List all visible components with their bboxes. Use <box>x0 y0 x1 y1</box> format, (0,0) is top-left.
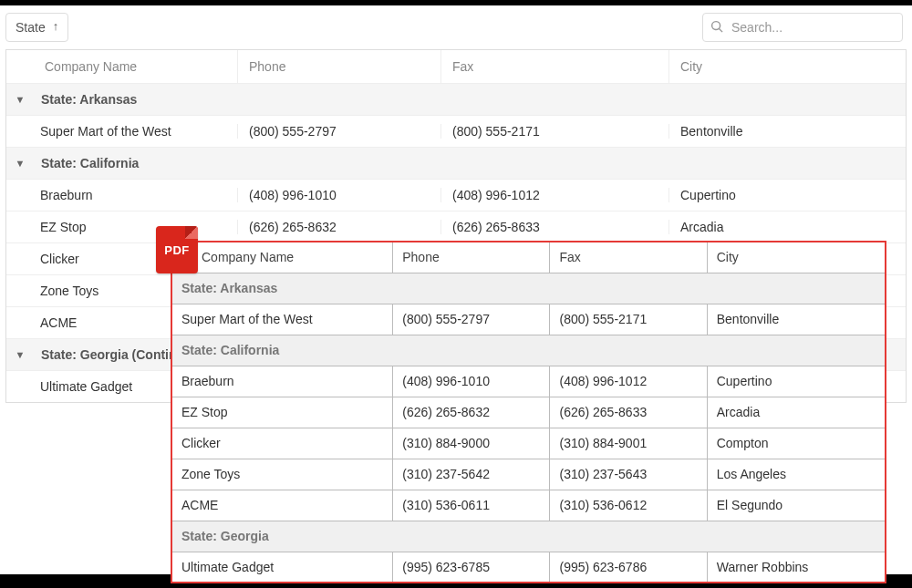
pdf-cell-fax: (408) 996-1012 <box>550 366 707 397</box>
pdf-cell-city: El Segundo <box>707 490 886 521</box>
cell-city: Arcadia <box>668 220 906 234</box>
pdf-cell-company: EZ Stop <box>171 397 393 428</box>
grid-toolbar: State ↑ <box>0 5 912 49</box>
table-row[interactable]: Braeburn (408) 996-1010 (408) 996-1012 C… <box>6 179 906 211</box>
column-header-company[interactable]: Company Name <box>34 50 237 83</box>
group-label: State: California <box>34 156 906 170</box>
pdf-data-row: Braeburn (408) 996-1010 (408) 996-1012 C… <box>171 366 886 397</box>
pdf-data-row: Super Mart of the West (800) 555-2797 (8… <box>171 304 886 335</box>
search-icon <box>710 20 724 34</box>
column-header-phone[interactable]: Phone <box>237 50 440 83</box>
pdf-data-row: Clicker (310) 884-9000 (310) 884-9001 Co… <box>171 428 886 459</box>
pdf-cell-phone: (408) 996-1010 <box>393 366 550 397</box>
pdf-column-phone: Phone <box>393 242 550 273</box>
pdf-cell-city: Warner Robbins <box>707 552 886 583</box>
cell-city: Bentonville <box>668 124 906 139</box>
pdf-data-row: Ultimate Gadget (995) 623-6785 (995) 623… <box>171 552 886 583</box>
pdf-group-label: State: California <box>171 335 886 366</box>
cell-fax: (408) 996-1012 <box>440 188 668 202</box>
folded-corner-icon <box>185 226 198 239</box>
collapse-icon[interactable]: ▼ <box>6 158 34 169</box>
pdf-badge-label: PDF <box>164 243 190 257</box>
pdf-cell-fax: (310) 237-5643 <box>550 459 707 490</box>
pdf-cell-company: Braeburn <box>171 366 393 397</box>
cell-fax: (800) 555-2171 <box>440 124 668 139</box>
column-header-city[interactable]: City <box>668 50 906 83</box>
search-input[interactable] <box>730 19 895 36</box>
pdf-data-row: EZ Stop (626) 265-8632 (626) 265-8633 Ar… <box>171 397 886 428</box>
pdf-cell-city: Arcadia <box>707 397 886 428</box>
pdf-cell-city: Los Angeles <box>707 459 886 490</box>
pdf-cell-city: Bentonville <box>707 304 886 335</box>
pdf-group-row: State: Georgia <box>171 521 886 552</box>
pdf-cell-company: Zone Toys <box>171 459 393 490</box>
pdf-cell-phone: (310) 536-0611 <box>393 490 550 521</box>
pdf-cell-fax: (626) 265-8633 <box>550 397 707 428</box>
pdf-cell-fax: (995) 623-6786 <box>550 552 707 583</box>
cell-company: Braeburn <box>6 188 237 202</box>
pdf-header-row: Company Name Phone Fax City <box>171 242 886 273</box>
group-row[interactable]: ▼ State: California <box>6 147 906 179</box>
grid-header-row: Company Name Phone Fax City <box>6 50 906 83</box>
pdf-cell-phone: (310) 884-9000 <box>393 428 550 459</box>
collapse-icon[interactable]: ▼ <box>6 349 34 360</box>
sort-ascending-icon: ↑ <box>53 19 59 33</box>
column-header-fax[interactable]: Fax <box>440 50 668 83</box>
pdf-column-company: Company Name <box>171 242 393 273</box>
table-row[interactable]: EZ Stop (626) 265-8632 (626) 265-8633 Ar… <box>6 211 906 242</box>
group-chip-label: State <box>16 20 46 35</box>
pdf-data-row: ACME (310) 536-0611 (310) 536-0612 El Se… <box>171 490 886 521</box>
expand-column-header <box>6 50 34 83</box>
cell-fax: (626) 265-8633 <box>440 220 668 234</box>
pdf-column-city: City <box>707 242 886 273</box>
pdf-cell-company: Super Mart of the West <box>171 304 393 335</box>
pdf-group-row: State: Arkansas <box>171 273 886 304</box>
pdf-group-row: State: California <box>171 335 886 366</box>
cell-phone: (800) 555-2797 <box>237 124 440 139</box>
group-label: State: Arkansas <box>34 92 906 107</box>
table-row[interactable]: Super Mart of the West (800) 555-2797 (8… <box>6 115 906 147</box>
pdf-cell-city: Compton <box>707 428 886 459</box>
pdf-data-row: Zone Toys (310) 237-5642 (310) 237-5643 … <box>171 459 886 490</box>
pdf-cell-company: Ultimate Gadget <box>171 552 393 583</box>
pdf-cell-fax: (310) 536-0612 <box>550 490 707 521</box>
cell-company: Super Mart of the West <box>6 124 237 139</box>
pdf-column-fax: Fax <box>550 242 707 273</box>
cell-phone: (408) 996-1010 <box>237 188 440 202</box>
pdf-cell-company: ACME <box>171 490 393 521</box>
pdf-cell-phone: (310) 237-5642 <box>393 459 550 490</box>
search-box[interactable] <box>702 13 903 42</box>
pdf-cell-phone: (995) 623-6785 <box>393 552 550 583</box>
group-row[interactable]: ▼ State: Arkansas <box>6 83 906 115</box>
pdf-cell-city: Cupertino <box>707 366 886 397</box>
pdf-cell-fax: (310) 884-9001 <box>550 428 707 459</box>
cell-company: EZ Stop <box>6 220 237 234</box>
pdf-cell-company: Clicker <box>171 428 393 459</box>
pdf-file-icon: PDF <box>156 226 198 273</box>
pdf-cell-phone: (626) 265-8632 <box>393 397 550 428</box>
pdf-group-label: State: Arkansas <box>171 273 886 304</box>
collapse-icon[interactable]: ▼ <box>6 94 34 105</box>
pdf-group-label: State: Georgia <box>171 521 886 552</box>
pdf-cell-fax: (800) 555-2171 <box>550 304 707 335</box>
group-chip-state[interactable]: State ↑ <box>5 13 68 42</box>
pdf-table: Company Name Phone Fax City State: Arkan… <box>171 241 886 583</box>
cell-phone: (626) 265-8632 <box>237 220 440 234</box>
cell-city: Cupertino <box>668 188 906 202</box>
pdf-export-preview: PDF Company Name Phone Fax City State: A… <box>171 241 886 583</box>
pdf-cell-phone: (800) 555-2797 <box>393 304 550 335</box>
